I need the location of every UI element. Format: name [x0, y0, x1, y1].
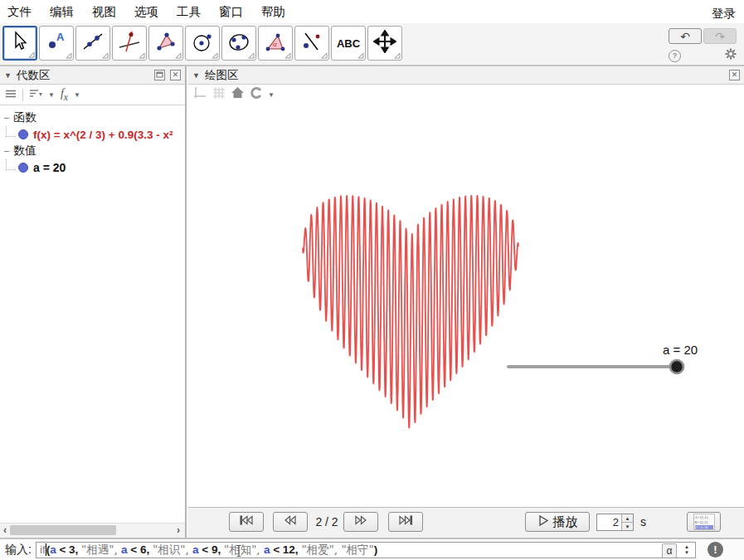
tool-dropdown-icon[interactable]	[102, 52, 109, 59]
input-token: a	[192, 543, 199, 556]
default-view-home-icon[interactable]	[231, 87, 244, 102]
play-button[interactable]: 播放	[525, 512, 590, 532]
collapse-icon[interactable]: −	[0, 145, 13, 158]
tree-group-functions[interactable]: − 函数	[0, 110, 185, 126]
tool-dropdown-icon[interactable]	[28, 51, 35, 58]
input-token: "相知",	[224, 543, 264, 558]
capture-dropdown-icon[interactable]: ▼	[268, 91, 275, 99]
tree-item-number-a[interactable]: a = 20	[0, 159, 185, 176]
close-algebra-icon[interactable]: ✕	[170, 70, 181, 80]
show-axes-icon[interactable]	[193, 86, 207, 103]
menu-window[interactable]: 窗口	[219, 4, 243, 20]
panel-menu-icon[interactable]: ▼	[192, 71, 200, 80]
command-input[interactable]: if(a < 3, "相遇", a < 6, "相识", a < 9, "相知"…	[36, 542, 696, 558]
circle-icon	[191, 30, 214, 56]
symbol-palette-button[interactable]: α	[662, 543, 677, 558]
tool-move-graphics-view[interactable]	[367, 26, 402, 61]
spinner-up-icon[interactable]: ▲	[622, 514, 633, 523]
close-graphics-icon[interactable]: ✕	[729, 70, 740, 80]
spinner-down-icon[interactable]: ▼	[622, 523, 633, 530]
tool-move[interactable]	[2, 26, 37, 61]
login-link[interactable]: 登录	[712, 6, 736, 22]
input-token: "相遇",	[81, 543, 121, 558]
tool-dropdown-icon[interactable]	[284, 52, 291, 59]
function-definition: f(x) = x^(2 / 3) + 0.9(3.3 - x²	[33, 129, 173, 141]
tool-polygon[interactable]	[148, 26, 183, 61]
menu-tools[interactable]: 工具	[177, 4, 201, 20]
input-token: a	[50, 543, 56, 556]
skip-to-start-icon	[238, 514, 255, 529]
sort-objects-icon[interactable]	[29, 87, 42, 102]
tool-circle-with-center[interactable]	[185, 26, 220, 61]
visibility-marble[interactable]	[18, 129, 28, 139]
gear-icon[interactable]	[725, 48, 737, 63]
point-capturing-magnet-icon[interactable]	[250, 87, 262, 102]
first-step-button[interactable]	[229, 512, 264, 532]
menu-file[interactable]: 文件	[7, 4, 32, 20]
input-token: < 12,	[270, 543, 301, 556]
tool-text[interactable]: ABC	[331, 26, 366, 61]
mouse-text-cursor	[236, 544, 243, 558]
tool-line[interactable]	[75, 26, 110, 61]
tool-reflect-about-line[interactable]	[294, 26, 329, 61]
tool-point[interactable]: A	[39, 26, 74, 61]
tool-angle[interactable]: α	[258, 26, 293, 61]
scroll-left-icon[interactable]: ‹	[0, 524, 10, 536]
menu-view[interactable]: 视图	[92, 4, 116, 20]
sort-dropdown-icon[interactable]: ▼	[48, 91, 55, 99]
tree-item-function-f[interactable]: f(x) = x^(2 / 3) + 0.9(3.3 - x²	[0, 126, 185, 143]
menu-edit[interactable]: 编辑	[50, 4, 74, 20]
scrollbar-thumb[interactable]	[10, 525, 116, 535]
input-token: if	[40, 543, 46, 556]
function-curve[interactable]	[303, 196, 518, 428]
panel-menu-icon[interactable]: ▼	[4, 71, 12, 80]
previous-step-button[interactable]	[273, 512, 308, 532]
undo-icon: ↶	[680, 30, 690, 43]
menu-options[interactable]: 选项	[134, 4, 158, 20]
tool-conic-through-points[interactable]	[221, 26, 256, 61]
construction-protocol-button[interactable]: A=(1,1)B=(2,2)C=A+B	[687, 512, 721, 532]
tool-dropdown-icon[interactable]	[139, 52, 145, 59]
input-token: < 9,	[199, 543, 224, 556]
unpin-panel-icon[interactable]	[154, 70, 165, 80]
toolbar: A	[0, 23, 744, 66]
visibility-marble[interactable]	[18, 163, 28, 173]
construction-navigation-bar: 2 / 2 播放 2 ▲ ▼ s A=(1,1)B=(2,2)C=A+B	[188, 507, 744, 538]
tool-dropdown-icon[interactable]	[357, 52, 364, 59]
algebra-horizontal-scrollbar[interactable]: ‹ ›	[0, 523, 185, 538]
auxiliary-objects-icon[interactable]	[5, 87, 17, 102]
input-history-icon[interactable]: ▲▼	[682, 543, 692, 557]
redo-button[interactable]: ↷	[703, 28, 737, 44]
polygon-icon	[154, 30, 177, 56]
play-delay-spinner[interactable]: 2 ▲ ▼	[596, 514, 634, 531]
tree-group-numbers[interactable]: − 数值	[0, 143, 185, 159]
tool-dropdown-icon[interactable]	[394, 52, 401, 59]
scroll-right-icon[interactable]: ›	[173, 524, 183, 536]
next-step-button[interactable]	[343, 512, 378, 532]
help-icon[interactable]: ?	[669, 50, 681, 62]
delay-value[interactable]: 2	[597, 514, 621, 530]
tool-dropdown-icon[interactable]	[175, 52, 182, 59]
slider-knob[interactable]	[670, 360, 683, 373]
show-grid-icon[interactable]	[212, 86, 226, 103]
text-tool-icon: ABC	[337, 37, 360, 50]
graphics-canvas[interactable]: a = 20	[188, 105, 744, 508]
menu-help[interactable]: 帮助	[261, 4, 285, 20]
slider-value-label[interactable]: a = 20	[663, 343, 698, 357]
move-view-icon	[373, 30, 396, 56]
undo-button[interactable]: ↶	[669, 28, 702, 44]
input-help-icon[interactable]: !	[708, 542, 723, 558]
skip-to-end-icon	[397, 514, 414, 529]
construction-protocol-icon: A=(1,1)B=(2,2)C=A+B	[693, 514, 715, 530]
tool-dropdown-icon[interactable]	[66, 52, 72, 59]
tool-perpendicular-line[interactable]	[112, 26, 147, 61]
fast-forward-icon	[353, 514, 368, 529]
fx-dropdown-icon[interactable]: ▼	[74, 91, 80, 99]
number-value: a = 20	[33, 161, 66, 174]
last-step-button[interactable]	[388, 512, 423, 532]
fx-filter-icon[interactable]: fx	[61, 87, 68, 103]
collapse-icon[interactable]: −	[0, 112, 13, 124]
tool-dropdown-icon[interactable]	[212, 52, 218, 59]
tool-dropdown-icon[interactable]	[248, 52, 255, 59]
tool-dropdown-icon[interactable]	[321, 52, 328, 59]
